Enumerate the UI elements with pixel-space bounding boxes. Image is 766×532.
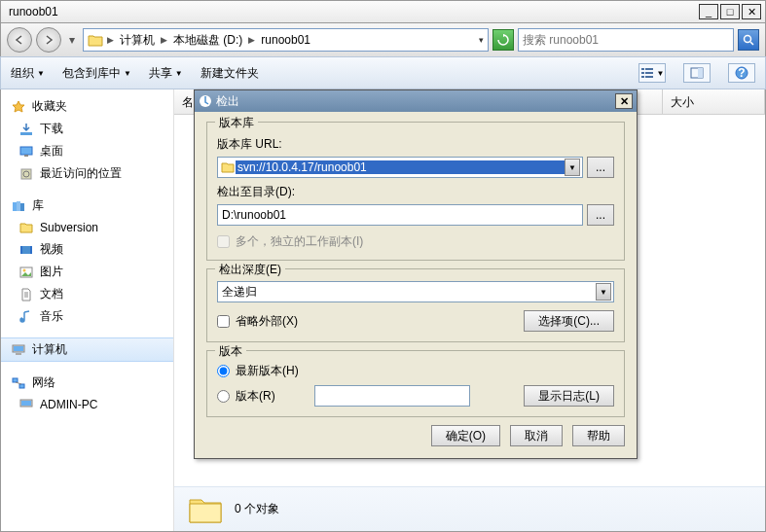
share-button[interactable]: 共享▼	[149, 65, 183, 82]
dir-input[interactable]	[217, 204, 583, 226]
svg-rect-3	[645, 68, 653, 70]
breadcrumb-folder[interactable]: runoob01	[259, 33, 312, 47]
url-browse-button[interactable]: ...	[587, 157, 614, 178]
recent-icon	[18, 166, 34, 182]
revision-radio[interactable]	[217, 390, 230, 403]
arrow-right-icon	[44, 35, 54, 45]
help-button[interactable]: ?	[728, 63, 755, 83]
svg-rect-19	[20, 203, 24, 211]
search-button[interactable]	[738, 29, 759, 51]
sidebar-item-documents[interactable]: 文档	[1, 283, 173, 305]
close-button[interactable]: ✕	[742, 4, 761, 19]
svg-rect-2	[641, 68, 644, 70]
breadcrumb-drive[interactable]: 本地磁盘 (D:)	[171, 32, 244, 49]
list-view-icon	[640, 67, 654, 79]
window-title: runoob01	[5, 5, 697, 18]
status-bar: 0 个对象	[174, 486, 765, 531]
sidebar-item-recent[interactable]: 最近访问的位置	[1, 162, 173, 185]
svg-point-28	[20, 318, 24, 322]
svg-rect-18	[17, 201, 20, 211]
choose-items-button[interactable]: 选择项(C)...	[524, 310, 614, 332]
revision-legend: 版本	[215, 343, 246, 360]
address-bar[interactable]: ▶ 计算机 ▶ 本地磁盘 (D:) ▶ runoob01 ▾	[83, 28, 489, 52]
preview-pane-button[interactable]	[683, 63, 711, 83]
help-button[interactable]: 帮助	[572, 425, 625, 446]
history-dropdown[interactable]: ▾	[65, 29, 79, 51]
svg-line-1	[750, 42, 753, 45]
sidebar-favorites[interactable]: 收藏夹	[1, 95, 173, 118]
svg-point-0	[745, 36, 751, 43]
sidebar-item-adminpc[interactable]: ADMIN-PC	[1, 394, 173, 415]
chevron-right-icon: ▶	[161, 35, 167, 45]
search-icon	[743, 34, 754, 46]
depth-dropdown-button[interactable]: ▼	[596, 283, 611, 301]
svg-line-34	[16, 382, 21, 384]
library-icon	[11, 198, 26, 214]
search-placeholder: 搜索 runoob01	[523, 32, 599, 49]
svg-rect-7	[645, 76, 653, 78]
cancel-button[interactable]: 取消	[510, 425, 563, 446]
svg-rect-5	[645, 72, 653, 74]
sidebar-computer[interactable]: 计算机	[1, 337, 173, 362]
sidebar-network[interactable]: 网络	[1, 372, 173, 394]
breadcrumb-computer[interactable]: 计算机	[118, 32, 157, 49]
sidebar-item-videos[interactable]: 视频	[1, 238, 173, 261]
revision-input[interactable]	[314, 385, 470, 407]
omit-externals-checkbox[interactable]	[217, 315, 230, 328]
minimize-button[interactable]: _	[699, 4, 718, 19]
svg-rect-12	[20, 132, 32, 135]
sidebar-item-desktop[interactable]: 桌面	[1, 140, 173, 162]
show-log-button[interactable]: 显示日志(L)	[524, 385, 614, 407]
checkout-dialog: 检出 ✕ 版本库 版本库 URL: svn://10.0.4.17/runoob…	[194, 89, 638, 459]
folder-icon	[188, 494, 223, 525]
column-size[interactable]: 大小	[663, 89, 765, 114]
depth-combobox[interactable]: 全递归 ▼	[217, 281, 614, 302]
url-dropdown-button[interactable]: ▼	[565, 159, 580, 176]
forward-button[interactable]	[36, 27, 61, 53]
sidebar-item-music[interactable]: 音乐	[1, 305, 173, 328]
sidebar-item-pictures[interactable]: 图片	[1, 261, 173, 283]
revision-label: 版本(R)	[236, 388, 275, 405]
depth-value: 全递归	[220, 284, 596, 301]
search-input[interactable]: 搜索 runoob01	[518, 28, 734, 52]
folder-icon	[220, 160, 236, 175]
svg-rect-6	[641, 76, 644, 78]
view-options-button[interactable]: ▼	[638, 63, 666, 83]
depth-legend: 检出深度(E)	[215, 262, 285, 278]
pc-icon	[18, 397, 34, 412]
svg-rect-9	[698, 68, 703, 78]
dialog-close-button[interactable]: ✕	[615, 93, 633, 109]
svg-text:?: ?	[738, 66, 745, 80]
window-titlebar: runoob01 _ □ ✕	[0, 0, 766, 23]
svg-rect-4	[641, 72, 644, 74]
organize-button[interactable]: 组织▼	[11, 65, 45, 82]
refresh-button[interactable]	[492, 29, 514, 51]
new-folder-button[interactable]: 新建文件夹	[201, 65, 259, 82]
url-combobox[interactable]: svn://10.0.4.17/runoob01 ▼	[217, 157, 583, 178]
desktop-icon	[18, 144, 34, 160]
depth-group: 检出深度(E) 全递归 ▼ 省略外部(X) 选择项(C)...	[206, 268, 625, 342]
picture-icon	[18, 265, 34, 280]
head-revision-radio[interactable]	[217, 365, 230, 377]
url-label: 版本库 URL:	[217, 136, 614, 153]
maximize-button[interactable]: □	[720, 4, 740, 19]
download-icon	[18, 122, 34, 137]
svn-icon	[18, 220, 34, 235]
svg-rect-32	[13, 378, 18, 382]
pane-icon	[690, 67, 704, 79]
address-dropdown-icon[interactable]: ▾	[479, 35, 484, 45]
music-icon	[18, 309, 34, 325]
include-library-button[interactable]: 包含到库中▼	[62, 65, 131, 82]
svg-rect-14	[24, 155, 28, 157]
sidebar-libraries[interactable]: 库	[1, 195, 173, 217]
dir-browse-button[interactable]: ...	[587, 204, 614, 226]
dialog-title: 检出	[216, 93, 611, 110]
sidebar-item-downloads[interactable]: 下载	[1, 118, 173, 140]
help-icon: ?	[735, 66, 748, 80]
ok-button[interactable]: 确定(O)	[431, 425, 500, 446]
dialog-titlebar: 检出 ✕	[195, 90, 637, 112]
sidebar-item-subversion[interactable]: Subversion	[1, 217, 173, 238]
back-button[interactable]	[7, 27, 32, 53]
arrow-left-icon	[15, 35, 24, 45]
star-icon	[11, 99, 26, 115]
